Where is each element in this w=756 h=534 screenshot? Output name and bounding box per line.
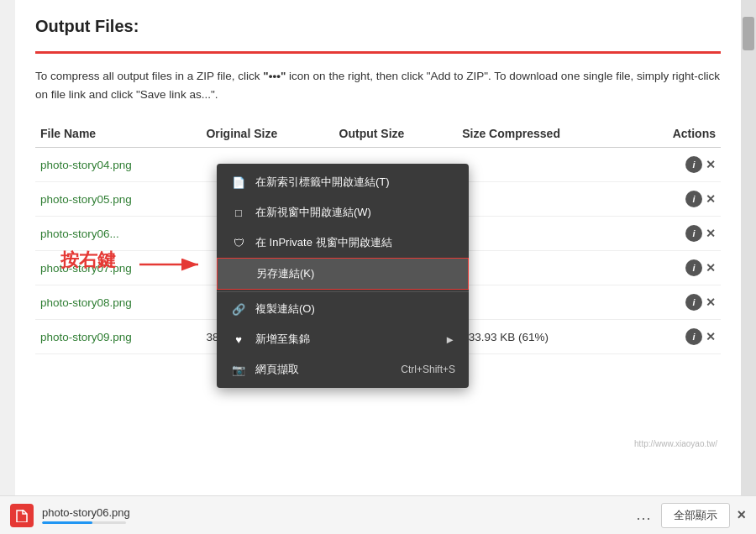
title-underline xyxy=(35,51,721,54)
file-link[interactable]: photo-story09.png xyxy=(40,331,132,343)
info-icon[interactable]: i xyxy=(685,225,702,242)
file-svg-icon xyxy=(15,509,29,522)
info-icon[interactable]: i xyxy=(685,191,702,207)
action-icons: i ✕ xyxy=(685,225,716,242)
menu-shortcut-web-capture: Ctrl+Shift+S xyxy=(401,364,455,375)
download-progress-fill xyxy=(42,521,92,524)
actions-cell: i ✕ xyxy=(634,148,722,182)
remove-icon[interactable]: ✕ xyxy=(706,296,716,309)
compressed-size-cell xyxy=(457,148,633,182)
compressed-size-cell xyxy=(457,217,633,251)
right-arrow-icon xyxy=(139,254,207,277)
context-menu-item-copy-link[interactable]: 🔗複製連結(O) xyxy=(217,294,469,324)
scrollbar[interactable] xyxy=(741,0,756,495)
menu-label-add-favorites: 新增至集錦 xyxy=(255,332,310,347)
context-menu-item-open-new-tab[interactable]: 📄在新索引標籤中開啟連結(T) xyxy=(217,167,469,197)
info-icon[interactable]: i xyxy=(685,259,702,276)
menu-icon-open-new-window: □ xyxy=(230,206,247,219)
file-link-cell[interactable]: photo-story05.png xyxy=(35,182,201,217)
actions-cell: i ✕ xyxy=(634,285,722,320)
action-icons: i ✕ xyxy=(685,259,716,276)
menu-icon-copy-link: 🔗 xyxy=(230,302,247,316)
info-icon[interactable]: i xyxy=(685,294,702,311)
menu-icon-web-capture: 📷 xyxy=(230,363,247,376)
actions-cell: i ✕ xyxy=(634,182,722,217)
action-icons: i ✕ xyxy=(685,294,716,311)
menu-label-open-new-tab: 在新索引標籤中開啟連結(T) xyxy=(255,175,390,190)
menu-label-open-inprivate: 在 InPrivate 視窗中開啟連結 xyxy=(255,235,392,250)
context-menu-item-open-inprivate[interactable]: 🛡在 InPrivate 視窗中開啟連結 xyxy=(217,228,469,258)
info-icon[interactable]: i xyxy=(685,156,702,173)
col-header-actions: Actions xyxy=(634,120,722,148)
download-dots-button[interactable]: ... xyxy=(636,506,651,524)
file-link-cell[interactable]: photo-story08.png xyxy=(35,285,201,320)
actions-cell: i ✕ xyxy=(634,217,722,251)
col-header-original: Original Size xyxy=(201,120,333,148)
col-header-filename: File Name xyxy=(35,120,201,148)
dots-icon-ref: "•••" xyxy=(263,70,286,82)
file-link[interactable]: photo-story04.png xyxy=(40,159,132,171)
menu-label-copy-link: 複製連結(O) xyxy=(255,301,315,317)
file-link-cell[interactable]: photo-story06... xyxy=(35,217,201,251)
menu-label-save-link: 另存連結(K) xyxy=(256,266,314,281)
download-file-icon xyxy=(10,504,34,527)
file-link[interactable]: photo-story06... xyxy=(40,228,119,240)
description: To compress all output files in a ZIP fi… xyxy=(35,67,721,103)
remove-icon[interactable]: ✕ xyxy=(706,227,716,240)
compressed-size-cell xyxy=(457,251,633,285)
menu-label-web-capture: 網頁擷取 xyxy=(255,362,299,377)
info-icon[interactable]: i xyxy=(685,328,702,345)
col-header-compressed: Size Compressed xyxy=(457,120,633,148)
menu-icon-open-inprivate: 🛡 xyxy=(230,236,247,249)
show-all-button[interactable]: 全部顯示 xyxy=(661,503,730,528)
compressed-size-cell xyxy=(457,285,633,320)
remove-icon[interactable]: ✕ xyxy=(706,192,716,206)
menu-icon-add-favorites: ♥ xyxy=(230,332,247,346)
action-icons: i ✕ xyxy=(685,328,716,345)
menu-arrow-add-favorites: ► xyxy=(444,333,455,346)
download-filename: photo-story06.png xyxy=(42,506,626,519)
col-header-output: Output Size xyxy=(334,120,458,148)
download-close-button[interactable]: × xyxy=(737,506,746,524)
context-menu-item-open-new-window[interactable]: □在新視窗中開啟連結(W) xyxy=(217,197,469,228)
remove-icon[interactable]: ✕ xyxy=(706,158,716,171)
compressed-size-cell: 233.93 KB (61%) xyxy=(457,320,633,354)
context-menu-item-web-capture[interactable]: 📷網頁擷取Ctrl+Shift+S xyxy=(217,354,469,385)
context-menu-item-add-favorites[interactable]: ♥新增至集錦► xyxy=(217,324,469,354)
remove-icon[interactable]: ✕ xyxy=(706,261,716,275)
scrollbar-thumb[interactable] xyxy=(743,17,754,50)
file-link[interactable]: photo-story08.png xyxy=(40,296,132,309)
watermark: http://www.xiaoyao.tw/ xyxy=(634,439,717,448)
main-content: Output Files: To compress all output fil… xyxy=(15,0,741,495)
compressed-size-cell xyxy=(457,182,633,217)
context-menu: 📄在新索引標籤中開啟連結(T)□在新視窗中開啟連結(W)🛡在 InPrivate… xyxy=(217,164,469,388)
actions-cell: i ✕ xyxy=(634,320,722,354)
page-title: Output Files: xyxy=(35,17,139,36)
file-link-cell[interactable]: photo-story04.png xyxy=(35,148,201,182)
context-menu-separator xyxy=(217,291,469,292)
action-icons: i ✕ xyxy=(685,191,716,207)
menu-icon-open-new-tab: 📄 xyxy=(230,175,247,189)
actions-cell: i ✕ xyxy=(634,251,722,285)
description-text-1: To compress all output files in a ZIP fi… xyxy=(35,70,263,82)
file-link[interactable]: photo-story05.png xyxy=(40,193,132,206)
action-icons: i ✕ xyxy=(685,156,716,173)
download-bar: photo-story06.png ... 全部顯示 × xyxy=(0,495,756,534)
menu-icon-save-link xyxy=(231,267,248,280)
file-link-cell[interactable]: photo-story09.png xyxy=(35,320,201,354)
remove-icon[interactable]: ✕ xyxy=(706,330,716,343)
right-click-label: 按右鍵 xyxy=(60,248,116,273)
download-progress-bar xyxy=(42,521,126,524)
context-menu-item-save-link[interactable]: 另存連結(K) xyxy=(217,258,469,290)
menu-label-open-new-window: 在新視窗中開啟連結(W) xyxy=(255,205,371,220)
